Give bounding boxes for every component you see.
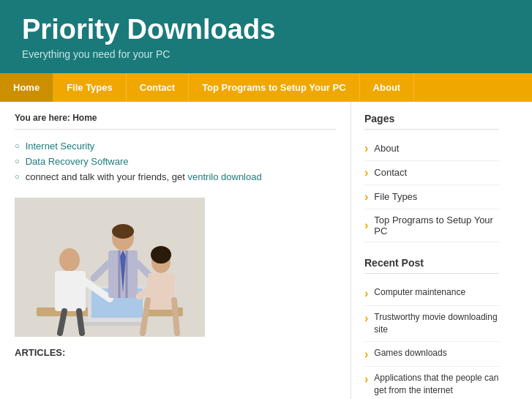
list-item: Internet Security [15,138,336,154]
scene-svg [15,198,205,337]
recent-post-computer-maintenance[interactable]: Computer maintenance [364,281,499,306]
svg-point-5 [59,248,80,272]
list-item: Data Recovery Software [15,154,336,169]
sidebar-item-contact[interactable]: Contact [364,161,499,185]
list-item: connect and talk with your friends, get … [15,169,336,184]
sidebar: Pages About Contact File Types Top Progr… [351,102,512,399]
site-title: Priority Downloads [22,15,510,45]
articles-label: ARTICLES: [15,347,336,358]
ventrilo-text: connect and talk with your friends, get … [26,171,262,182]
recent-posts-title: Recent Post [364,257,499,274]
nav-item-top-programs[interactable]: Top Programs to Setup Your PC [189,73,359,102]
nav-item-file-types[interactable]: File Types [53,73,127,102]
sidebar-item-top-programs[interactable]: Top Programs to Setup Your PC [364,209,499,242]
sidebar-item-about[interactable]: About [364,137,499,161]
recent-post-trustworthy-movie[interactable]: Trustworthy movie downloading site [364,306,499,342]
main-layout: You are here: Home Internet Security Dat… [0,102,532,399]
recent-post-games-downloads[interactable]: Games downloads [364,342,499,367]
svg-rect-6 [55,271,86,311]
content-area: You are here: Home Internet Security Dat… [0,102,351,399]
svg-line-8 [79,311,82,333]
nav-item-contact[interactable]: Contact [127,73,189,102]
svg-point-19 [151,246,171,264]
recent-post-applications[interactable]: Applications that the people can get fro… [364,367,499,399]
nav-item-home[interactable]: Home [0,73,53,102]
svg-point-11 [112,224,134,239]
pages-title: Pages [364,113,499,130]
breadcrumb: You are here: Home [15,113,336,130]
ventrilo-link[interactable]: ventrilo download [188,171,262,182]
pages-section: Pages About Contact File Types Top Progr… [364,113,499,242]
main-nav: Home File Types Contact Top Programs to … [0,73,532,102]
sidebar-item-file-types[interactable]: File Types [364,185,499,209]
breadcrumb-current: Home [72,113,97,123]
people-scene [15,198,205,337]
svg-rect-4 [77,322,143,326]
site-header: Priority Downloads Everything you need f… [0,0,532,73]
recent-posts-section: Recent Post Computer maintenance Trustwo… [364,257,499,399]
site-tagline: Everything you need for your PC [22,48,510,60]
internet-security-link[interactable]: Internet Security [26,141,95,152]
content-list: Internet Security Data Recovery Software… [15,138,336,184]
breadcrumb-prefix: You are here: [15,113,72,123]
nav-item-about[interactable]: About [360,73,415,102]
content-image [15,198,205,337]
data-recovery-link[interactable]: Data Recovery Software [26,156,129,167]
svg-line-22 [174,300,177,333]
